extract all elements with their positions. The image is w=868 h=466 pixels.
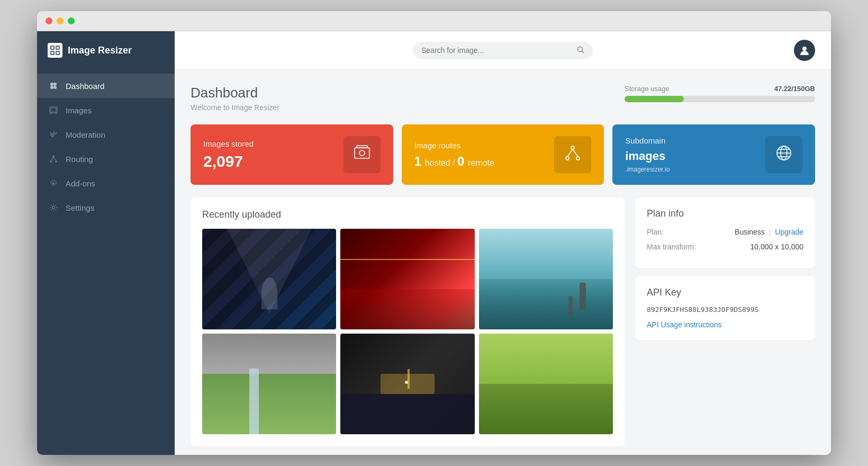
storage-fill [625, 96, 684, 102]
subdomain-icon-area [765, 136, 802, 173]
routes-icon [563, 144, 582, 166]
svg-point-17 [52, 182, 55, 184]
plan-label: Plan: [647, 228, 664, 236]
maximize-button[interactable] [68, 17, 75, 24]
svg-rect-23 [357, 146, 367, 148]
minimize-button[interactable] [57, 17, 64, 24]
plan-info-title: Plan info [647, 208, 803, 219]
svg-point-21 [802, 47, 807, 51]
svg-point-6 [50, 86, 53, 89]
sidebar-item-addons[interactable]: Add-ons [37, 171, 175, 195]
image-routes-icon-area [554, 136, 591, 173]
app-window: Image Resizer Dashboard [37, 11, 831, 455]
svg-line-28 [567, 149, 573, 157]
svg-rect-22 [355, 148, 369, 158]
sidebar-item-settings[interactable]: Settings [37, 195, 175, 220]
svg-point-19 [578, 47, 583, 51]
globe-icon [774, 144, 793, 166]
storage-label-text: Storage usage [625, 85, 670, 93]
dashboard-header: Dashboard Welcome to Image Resizer Stora… [191, 85, 815, 112]
subdomain-value: images [625, 149, 670, 163]
thumbnail-3[interactable] [479, 229, 613, 329]
app-name: Image Resizer [68, 45, 132, 56]
image-routes-value: 1 hosted / 0 remote [414, 154, 494, 169]
svg-rect-2 [51, 51, 54, 55]
api-key-value: 892F9KJFHS88L9383JDF9DS899S [647, 306, 803, 313]
sidebar-item-images[interactable]: Images [37, 98, 175, 122]
storage-label: Storage usage 47.22/150GB [625, 85, 815, 93]
svg-point-25 [571, 146, 574, 149]
storage-value: 47.22/150GB [774, 85, 815, 93]
logo-icon [48, 43, 62, 58]
bottom-row: Recently uploaded [191, 198, 815, 446]
svg-point-5 [53, 83, 57, 86]
svg-point-12 [52, 155, 55, 157]
image-routes-label: Image routes [414, 141, 494, 150]
recently-uploaded-card: Recently uploaded [191, 198, 625, 446]
upgrade-link[interactable]: Upgrade [775, 228, 803, 236]
max-transform-value: 10,000 x 10,000 [751, 243, 803, 251]
images-stored-value: 2,097 [203, 153, 254, 171]
svg-point-13 [50, 160, 52, 163]
plan-row-transform: Max transform: 10,000 x 10,000 [647, 243, 803, 251]
svg-line-16 [53, 157, 56, 160]
svg-point-18 [52, 207, 55, 209]
close-button[interactable] [46, 17, 52, 24]
addons-icon [49, 178, 58, 188]
plan-value-group: Business | Upgrade [735, 228, 803, 236]
stat-card-inner: Images stored 2,097 [203, 139, 254, 171]
dashboard-icon [49, 81, 58, 91]
routes-hosted-num: 1 [414, 154, 421, 168]
thumbnail-2[interactable] [340, 229, 474, 329]
images-stored-label: Images stored [203, 139, 254, 148]
moderation-label: Moderation [66, 130, 105, 139]
right-panel: Plan info Plan: Business | Upgrade [635, 198, 815, 446]
svg-point-4 [50, 83, 53, 86]
sidebar-logo: Image Resizer [37, 31, 175, 69]
sidebar-item-dashboard[interactable]: Dashboard [37, 74, 175, 98]
app-container: Image Resizer Dashboard [37, 31, 831, 455]
thumbnail-6[interactable] [479, 334, 613, 434]
search-icon [577, 46, 584, 55]
api-usage-link[interactable]: API Usage instructions [647, 320, 722, 329]
subdomain-label: Subdomain [625, 136, 670, 145]
moderation-icon [49, 130, 58, 139]
search-box[interactable] [413, 42, 593, 59]
sidebar-item-moderation[interactable]: Moderation [37, 122, 175, 147]
page-subtitle: Welcome to Image Resizer [191, 103, 279, 112]
svg-line-20 [582, 51, 584, 53]
stat-card-subdomain-inner: Subdomain images .imageresizer.io [625, 136, 670, 173]
settings-icon [49, 203, 58, 212]
svg-point-7 [53, 86, 57, 89]
thumbnail-5[interactable] [340, 334, 474, 434]
page-title: Dashboard [191, 85, 279, 101]
api-key-card: API Key 892F9KJFHS88L9383JDF9DS899S API … [635, 276, 815, 340]
routing-icon [49, 154, 58, 164]
svg-line-29 [573, 149, 578, 157]
sidebar: Image Resizer Dashboard [37, 31, 175, 455]
thumbnail-4[interactable] [202, 334, 336, 434]
routes-remote-num: 0 [457, 154, 464, 168]
sidebar-nav: Dashboard Images [37, 69, 175, 224]
settings-label: Settings [66, 203, 94, 212]
search-input[interactable] [421, 46, 572, 55]
stat-card-images-stored: Images stored 2,097 [191, 124, 393, 185]
routing-label: Routing [66, 155, 93, 164]
svg-point-26 [566, 157, 569, 160]
stat-card-routes-inner: Image routes 1 hosted / 0 remote [414, 141, 494, 169]
thumbnail-1[interactable] [202, 229, 336, 329]
dashboard-title-block: Dashboard Welcome to Image Resizer [191, 85, 279, 112]
images-icon [49, 105, 58, 115]
main-content: Dashboard Welcome to Image Resizer Stora… [175, 31, 831, 455]
user-avatar[interactable] [794, 40, 815, 61]
storage-block: Storage usage 47.22/150GB [625, 85, 815, 102]
sidebar-item-routing[interactable]: Routing [37, 147, 175, 171]
stat-card-image-routes: Image routes 1 hosted / 0 remote [402, 124, 604, 185]
dashboard-label: Dashboard [66, 82, 104, 91]
svg-line-15 [51, 157, 53, 160]
image-store-icon [352, 144, 372, 166]
images-label: Images [66, 106, 92, 115]
plan-separator: | [769, 228, 773, 236]
routes-hosted-label: hosted / [425, 158, 457, 167]
addons-label: Add-ons [66, 179, 95, 188]
